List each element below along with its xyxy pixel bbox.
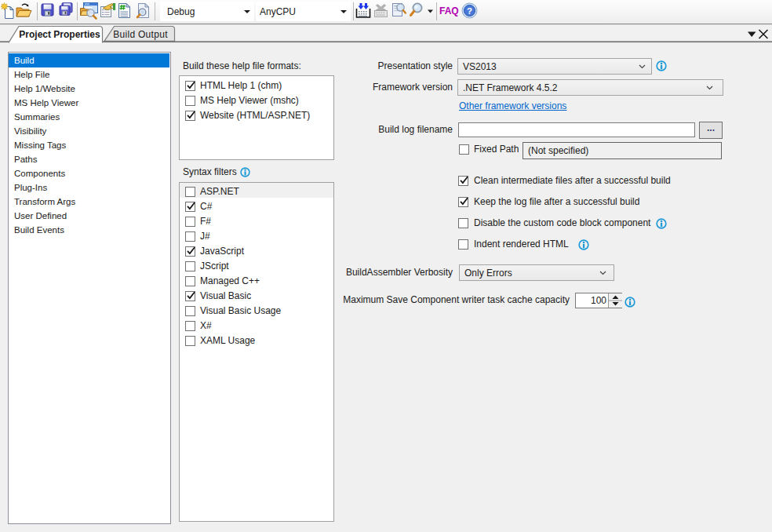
svg-text:?: ? xyxy=(467,6,472,16)
